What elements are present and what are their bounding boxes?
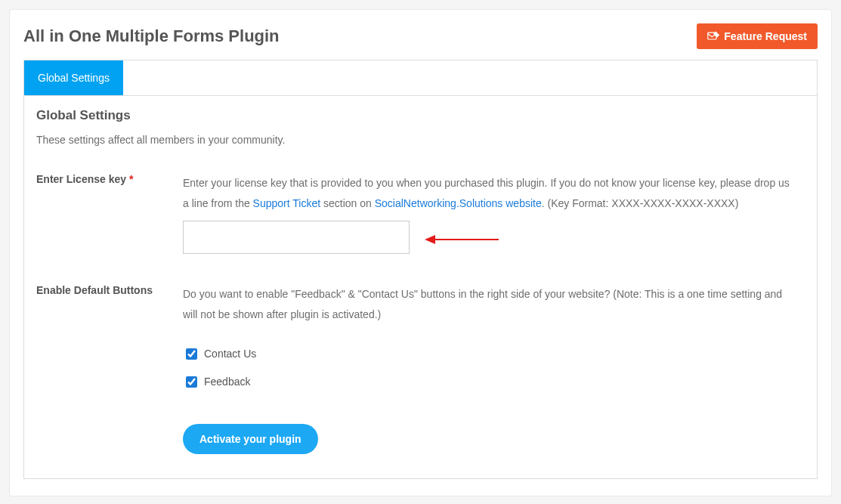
page-title: All in One Multiple Forms Plugin	[23, 26, 280, 46]
svg-marker-2	[425, 235, 435, 244]
required-asterisk: *	[129, 173, 133, 185]
settings-panel: All in One Multiple Forms Plugin Feature…	[9, 9, 832, 496]
default-buttons-description: Do you want to enable "Feedback" & "Cont…	[183, 288, 782, 320]
feedback-checkbox[interactable]	[186, 376, 197, 388]
header-row: All in One Multiple Forms Plugin Feature…	[23, 23, 818, 49]
activate-plugin-button[interactable]: Activate your plugin	[183, 424, 318, 454]
feedback-option: Feedback	[183, 372, 790, 392]
tab-global-settings[interactable]: Global Settings	[24, 60, 123, 95]
default-buttons-content: Do you want to enable "Feedback" & "Cont…	[183, 284, 805, 423]
checkbox-group: Contact Us Feedback	[183, 344, 790, 391]
feature-request-button[interactable]: Feature Request	[697, 23, 818, 49]
sns-website-link[interactable]: SocialNetworking.Solutions website	[375, 197, 542, 209]
license-key-label-text: Enter License key	[36, 173, 126, 185]
tabs-bar: Global Settings	[23, 60, 818, 95]
support-ticket-link[interactable]: Support Ticket	[253, 197, 321, 209]
license-key-label: Enter License key *	[36, 173, 183, 254]
default-buttons-label: Enable Default Buttons	[36, 284, 183, 423]
contact-us-checkbox[interactable]	[186, 348, 197, 360]
feedback-label[interactable]: Feedback	[204, 372, 250, 392]
license-key-content: Enter your license key that is provided …	[183, 173, 805, 254]
default-buttons-row: Enable Default Buttons Do you want to en…	[36, 284, 805, 423]
feature-request-label: Feature Request	[724, 30, 807, 42]
contact-us-option: Contact Us	[183, 344, 790, 364]
license-key-input[interactable]	[183, 221, 410, 254]
contact-us-label[interactable]: Contact Us	[204, 344, 256, 364]
section-description: These settings affect all members in you…	[36, 134, 805, 146]
section-title: Global Settings	[36, 108, 805, 123]
license-input-wrap	[183, 221, 790, 254]
pointer-arrow-icon	[425, 234, 500, 245]
submit-row: Activate your plugin	[183, 424, 805, 454]
license-desc-part2: . (Key Format: XXXX-XXXX-XXXX-XXXX)	[542, 197, 739, 209]
license-key-row: Enter License key * Enter your license k…	[36, 173, 805, 254]
license-desc-mid: section on	[320, 197, 375, 209]
settings-box: Global Settings These settings affect al…	[23, 95, 818, 479]
envelope-edit-icon	[707, 31, 719, 42]
